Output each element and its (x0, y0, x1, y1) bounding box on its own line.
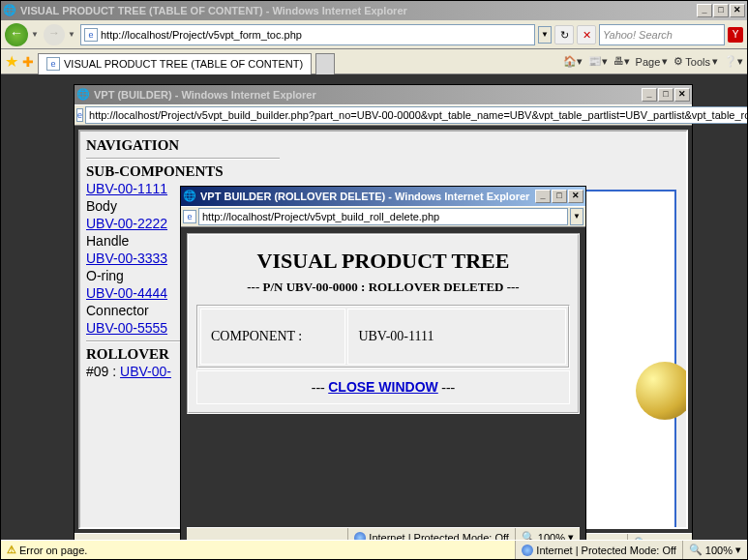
subcomponent-link[interactable]: UBV-00-4444 (86, 285, 167, 301)
builder-titlebar[interactable]: 🌐 VPT (BUILDER) - Windows Internet Explo… (75, 85, 692, 104)
rollover-delete-window: 🌐 VPT BUILDER (ROLLOVER DELETE) - Window… (180, 186, 586, 540)
popup-statusbar: Internet | Protected Mode: Off 🔍 100% ▾ (187, 527, 580, 540)
address-dropdown[interactable]: ▼ (538, 26, 552, 44)
close-window-link[interactable]: CLOSE WINDOW (328, 379, 438, 395)
tab-icon: e (46, 57, 60, 71)
stop-button[interactable]: ✕ (577, 25, 596, 44)
popup-client: VISUAL PRODUCT TREE --- P/N UBV-00-0000 … (181, 227, 585, 540)
popup-content: VISUAL PRODUCT TREE --- P/N UBV-00-0000 … (187, 233, 580, 414)
component-table: COMPONENT : UBV-00-1111 (196, 305, 570, 368)
main-title: VISUAL PRODUCT TREE (TABLE OF CONTENT) -… (20, 5, 697, 16)
close-button[interactable]: ✕ (730, 4, 745, 17)
refresh-button[interactable]: ↻ (554, 25, 574, 44)
maximize-button[interactable]: □ (713, 4, 729, 17)
status-zone: Internet | Protected Mode: Off (516, 541, 683, 559)
popup-heading: VISUAL PRODUCT TREE (196, 249, 570, 274)
minimize-button[interactable]: _ (535, 190, 551, 203)
help-button[interactable]: ❔▾ (724, 55, 743, 68)
add-favorite-icon[interactable]: ✚ (22, 54, 34, 70)
nav-toolbar: ▼ ▼ e http://localhost/Project/v5vpt_for… (1, 20, 747, 49)
ie-icon: 🌐 (76, 88, 90, 102)
tab-toolbar: ★ ✚ e VISUAL PRODUCT TREE (TABLE OF CONT… (1, 49, 747, 74)
ring-image (636, 362, 688, 420)
close-button[interactable]: ✕ (674, 88, 690, 102)
zoom-control[interactable]: 🔍 100% ▾ (683, 544, 747, 556)
subcomponent-link[interactable]: UBV-00-1111 (86, 181, 167, 196)
zoom-control[interactable]: 🔍 100% ▾ (628, 537, 692, 540)
new-tab-button[interactable] (315, 53, 335, 74)
search-box[interactable]: Yahoo! Search (599, 24, 725, 45)
globe-icon (354, 532, 366, 541)
ie-icon: 🌐 (3, 4, 16, 17)
close-button[interactable]: ✕ (568, 190, 583, 203)
home-button[interactable]: 🏠▾ (563, 55, 583, 68)
status-error[interactable]: ⚠Error on page. (1, 541, 516, 559)
back-button[interactable] (5, 23, 28, 46)
rollover-item: #09 : UBV-00- (86, 364, 171, 379)
navigation-header: NAVIGATION (86, 137, 280, 154)
subcomponent-link[interactable]: UBV-00-2222 (86, 216, 167, 231)
minimize-button[interactable]: _ (697, 4, 712, 17)
subcomponents-header: SUB-COMPONENTS (86, 163, 280, 180)
status-zone: Internet | Protected Mode: Off (348, 528, 516, 540)
page-icon: e (84, 28, 98, 42)
forward-button (44, 24, 65, 45)
forward-dropdown[interactable]: ▼ (68, 30, 77, 39)
favorites-icon[interactable]: ★ (5, 52, 18, 71)
address-dropdown[interactable]: ▼ (570, 208, 583, 225)
minimize-button[interactable]: _ (642, 88, 657, 102)
search-provider-icon[interactable]: Y (728, 27, 743, 43)
feeds-button[interactable]: 📰▾ (588, 55, 608, 68)
zoom-control[interactable]: 🔍 100% ▾ (516, 531, 580, 540)
subcomponent-link[interactable]: UBV-00-5555 (86, 320, 167, 336)
main-titlebar[interactable]: 🌐 VISUAL PRODUCT TREE (TABLE OF CONTENT)… (1, 1, 747, 20)
popup-url[interactable]: http://localhost/Project/v5vpt_build_rol… (198, 208, 568, 225)
url-text: http://localhost/Project/v5vpt_form_toc.… (101, 29, 302, 41)
popup-title: VPT BUILDER (ROLLOVER DELETE) - Windows … (200, 191, 535, 202)
main-browser-window: 🌐 VISUAL PRODUCT TREE (TABLE OF CONTENT)… (0, 0, 748, 560)
popup-titlebar[interactable]: 🌐 VPT BUILDER (ROLLOVER DELETE) - Window… (181, 187, 585, 206)
tab-active[interactable]: e VISUAL PRODUCT TREE (TABLE OF CONTENT) (38, 53, 312, 74)
tools-menu[interactable]: ⚙ Tools ▾ (673, 55, 718, 68)
component-label: COMPONENT : (200, 309, 345, 365)
maximize-button[interactable]: □ (658, 88, 673, 102)
warning-icon: ⚠ (7, 544, 16, 556)
tab-label: VISUAL PRODUCT TREE (TABLE OF CONTENT) (64, 58, 303, 70)
page-icon: e (76, 108, 83, 122)
print-button[interactable]: 🖶▾ (613, 55, 630, 68)
main-client-area: 🌐 VPT (BUILDER) - Windows Internet Explo… (1, 74, 747, 540)
address-bar[interactable]: e http://localhost/Project/v5vpt_form_to… (80, 24, 535, 45)
builder-url[interactable]: http://localhost/Project/v5vpt_build_bui… (85, 106, 747, 124)
builder-addressbar: e http://localhost/Project/v5vpt_build_b… (75, 104, 692, 126)
page-menu[interactable]: Page ▾ (636, 55, 669, 68)
ie-icon: 🌐 (183, 190, 196, 203)
globe-icon (522, 545, 533, 556)
popup-addressbar: e http://localhost/Project/v5vpt_build_r… (181, 206, 585, 227)
page-icon: e (183, 210, 196, 223)
component-value: UBV-00-1111 (347, 309, 566, 365)
maximize-button[interactable]: □ (552, 190, 567, 203)
popup-subheading: --- P/N UBV-00-0000 : ROLLOVER DELETED -… (196, 280, 570, 295)
subcomponent-link[interactable]: UBV-00-3333 (86, 251, 167, 266)
main-statusbar: ⚠Error on page. Internet | Protected Mod… (1, 540, 747, 559)
builder-title: VPT (BUILDER) - Windows Internet Explore… (94, 89, 642, 101)
rollover-link[interactable]: UBV-00- (120, 364, 171, 379)
back-dropdown[interactable]: ▼ (31, 30, 41, 39)
